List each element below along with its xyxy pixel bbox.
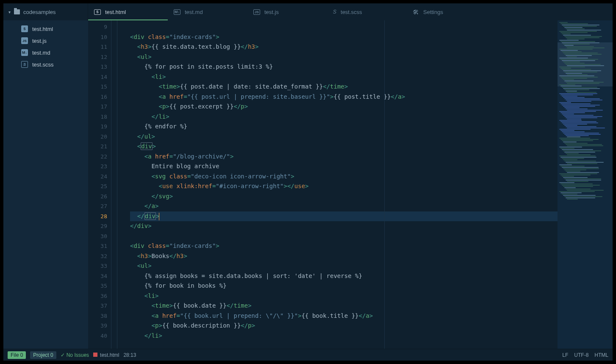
code-line[interactable]: {% for post in site.posts limit:3 %} xyxy=(130,62,558,72)
line-number[interactable]: 39 xyxy=(88,321,111,331)
line-ending[interactable]: LF xyxy=(562,352,568,358)
line-number[interactable]: 11 xyxy=(88,42,111,52)
no-issues-indicator[interactable]: No Issues xyxy=(61,352,89,358)
file-label: test.md xyxy=(32,50,50,56)
code-line[interactable]: </a> xyxy=(130,201,558,211)
code-line[interactable]: </li> xyxy=(130,331,558,341)
tab-bar: 5test.htmlM↓test.mdJStest.jsStest.scss🛠S… xyxy=(88,3,613,20)
line-number[interactable]: 22 xyxy=(88,152,111,162)
line-number[interactable]: 13 xyxy=(88,62,111,72)
line-number[interactable]: 37 xyxy=(88,301,111,311)
js-icon: JS xyxy=(21,37,28,44)
line-number[interactable]: 31 xyxy=(88,241,111,251)
code-line[interactable]: </div> xyxy=(130,221,558,231)
chevron-down-icon: ▾ xyxy=(8,10,11,14)
line-number[interactable]: 26 xyxy=(88,192,111,202)
line-number[interactable]: 33 xyxy=(88,261,111,271)
code-line[interactable]: {% endfor %} xyxy=(130,122,558,132)
code-line[interactable]: <svg class="deco-icon icon-arrow-right"> xyxy=(130,172,558,182)
line-number[interactable]: 29 xyxy=(88,221,111,231)
file-issues-pill[interactable]: File 0 xyxy=(8,351,26,359)
code-line[interactable]: <time>{{ post.date | date: site.date_for… xyxy=(130,82,558,92)
line-number[interactable]: 25 xyxy=(88,181,111,192)
file-item-test-js[interactable]: JStest.js xyxy=(3,35,88,47)
tab-test-md[interactable]: M↓test.md xyxy=(168,3,247,20)
md-icon: M↓ xyxy=(174,9,180,15)
line-number[interactable]: 36 xyxy=(88,291,111,301)
line-number[interactable]: 10 xyxy=(88,32,111,42)
code-line[interactable]: <div class="index-cards"> xyxy=(130,32,558,42)
tab-test-js[interactable]: JStest.js xyxy=(247,3,327,20)
code-line[interactable]: {% for book in books %} xyxy=(130,281,558,291)
line-number[interactable]: 32 xyxy=(88,251,111,261)
code-line[interactable]: <li> xyxy=(130,72,558,82)
file-item-test-md[interactable]: M↓test.md xyxy=(3,47,88,58)
line-number-gutter[interactable]: 9101112131415161718192021222324252627282… xyxy=(88,20,111,349)
line-number[interactable]: 34 xyxy=(88,271,111,281)
code-line[interactable]: <a href="{{ post.url | prepend: site.bas… xyxy=(130,92,558,102)
code-line[interactable]: <div> xyxy=(130,142,558,152)
line-number[interactable]: 15 xyxy=(88,82,111,92)
line-number[interactable]: 35 xyxy=(88,281,111,291)
line-number[interactable]: 24 xyxy=(88,172,111,182)
project-name: codesamples xyxy=(23,9,56,15)
grammar[interactable]: HTML xyxy=(594,352,608,358)
file-tree[interactable]: 5test.htmlJStest.jsM↓test.mdStest.scss xyxy=(3,20,88,349)
code-line[interactable]: <a href="{{ book.url | prepend: \"/\" }}… xyxy=(130,311,558,321)
line-number[interactable]: 20 xyxy=(88,132,111,142)
file-label: test.js xyxy=(32,38,47,44)
line-number[interactable]: 28 xyxy=(88,211,111,222)
bracket-match: div xyxy=(141,142,152,150)
line-number[interactable]: 17 xyxy=(88,102,111,112)
code-line[interactable]: <use xlink:href="#icon-arrow-right"></us… xyxy=(130,181,558,192)
fold-gutter[interactable] xyxy=(111,20,117,349)
project-issues-pill[interactable]: Project 0 xyxy=(30,351,56,359)
line-number[interactable]: 40 xyxy=(88,331,111,341)
js-icon: JS xyxy=(253,9,260,15)
minimap[interactable] xyxy=(558,20,613,349)
line-number[interactable]: 14 xyxy=(88,72,111,82)
line-number[interactable]: 16 xyxy=(88,92,111,102)
bracket-match: div xyxy=(144,212,156,220)
tab-Settings[interactable]: 🛠Settings xyxy=(407,3,486,20)
code-line[interactable]: <ul> xyxy=(130,261,558,271)
tab-test-scss[interactable]: Stest.scss xyxy=(327,3,407,20)
file-item-test-scss[interactable]: Stest.scss xyxy=(3,58,88,70)
code-line[interactable]: Entire blog archive xyxy=(130,161,558,172)
line-number[interactable]: 12 xyxy=(88,52,111,62)
line-number[interactable]: 30 xyxy=(88,231,111,242)
status-file[interactable]: test.html xyxy=(93,352,119,358)
code-line[interactable]: <div class="index-cards"> xyxy=(130,241,558,251)
code-area[interactable]: <div class="index-cards"> <h3>{{ site.da… xyxy=(117,20,558,349)
code-line[interactable]: <li> xyxy=(130,291,558,301)
tab-test-html[interactable]: 5test.html xyxy=(88,3,168,20)
code-line[interactable]: <h3>{{ site.data.text.blog }}</h3> xyxy=(130,42,558,52)
code-line[interactable]: <time>{{ book.date }}</time> xyxy=(130,301,558,311)
code-line[interactable]: <a href="/blog-archive/"> xyxy=(130,152,558,162)
line-number[interactable]: 38 xyxy=(88,311,111,321)
code-line[interactable]: </ul> xyxy=(130,132,558,142)
text-editor[interactable]: 9101112131415161718192021222324252627282… xyxy=(88,20,613,349)
file-item-test-html[interactable]: 5test.html xyxy=(3,23,88,35)
line-number[interactable]: 27 xyxy=(88,201,111,211)
code-line[interactable]: </div> xyxy=(130,211,558,222)
code-line[interactable]: <h3>Books</h3> xyxy=(130,251,558,261)
code-line[interactable]: {% assign books = site.data.books | sort… xyxy=(130,271,558,281)
project-tab[interactable]: ▾ codesamples xyxy=(3,3,88,20)
line-number[interactable]: 9 xyxy=(88,22,111,32)
html-icon: 5 xyxy=(94,9,101,15)
line-number[interactable]: 19 xyxy=(88,122,111,132)
code-line[interactable] xyxy=(130,231,558,242)
code-line[interactable]: <p>{{ post.excerpt }}</p> xyxy=(130,102,558,112)
code-line[interactable]: <ul> xyxy=(130,52,558,62)
code-line[interactable]: </li> xyxy=(130,112,558,122)
wrap-guide xyxy=(384,20,385,349)
line-number[interactable]: 18 xyxy=(88,112,111,122)
encoding[interactable]: UTF-8 xyxy=(574,352,588,358)
cursor-position[interactable]: 28:13 xyxy=(123,352,136,358)
line-number[interactable]: 21 xyxy=(88,142,111,152)
code-line[interactable]: <p>{{ book.description }}</p> xyxy=(130,321,558,331)
code-line[interactable]: </svg> xyxy=(130,192,558,202)
code-line[interactable] xyxy=(130,22,558,32)
line-number[interactable]: 23 xyxy=(88,161,111,172)
